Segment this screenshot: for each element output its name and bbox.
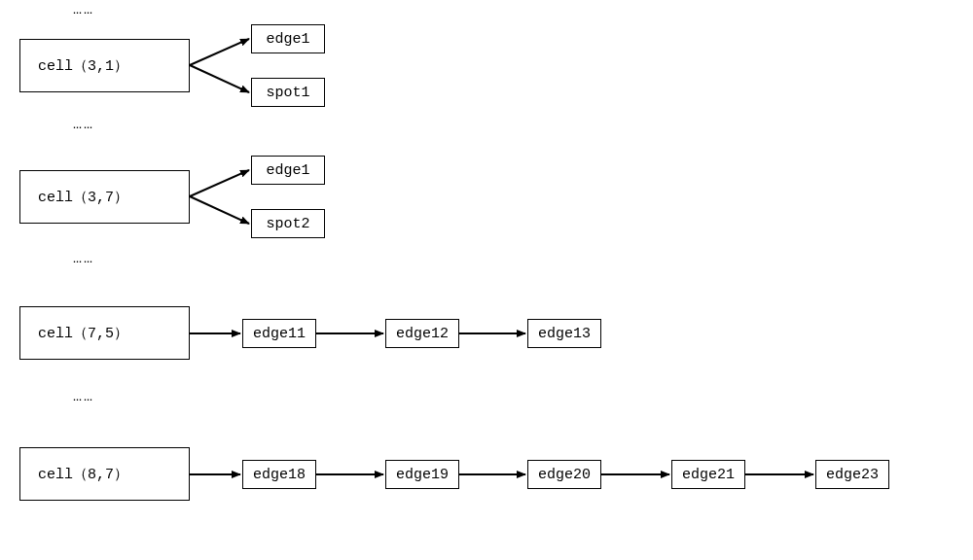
node-edge12: edge12 <box>385 319 459 348</box>
node-edge18: edge18 <box>242 460 316 489</box>
svg-line-0 <box>190 39 249 65</box>
svg-line-3 <box>190 196 249 224</box>
node-label: edge23 <box>826 467 879 483</box>
node-edge21: edge21 <box>671 460 745 489</box>
node-spot1: spot1 <box>251 78 325 107</box>
cell-label: cell（7,5） <box>38 324 128 342</box>
node-label: edge11 <box>253 326 306 342</box>
node-label: edge12 <box>396 326 449 342</box>
ellipsis: …… <box>73 389 94 405</box>
ellipsis: …… <box>73 117 94 133</box>
node-spot2: spot2 <box>251 209 325 238</box>
cell-label: cell（3,1） <box>38 56 128 75</box>
node-edge1-b: edge1 <box>251 156 325 185</box>
node-label: edge21 <box>682 467 735 483</box>
node-edge11: edge11 <box>242 319 316 348</box>
svg-line-2 <box>190 170 249 196</box>
node-label: edge20 <box>538 467 591 483</box>
cell-3-7: cell（3,7） <box>19 170 190 224</box>
node-label: edge13 <box>538 326 591 342</box>
node-edge20: edge20 <box>527 460 601 489</box>
cell-8-7: cell（8,7） <box>19 447 190 501</box>
svg-line-1 <box>190 65 249 92</box>
node-edge1: edge1 <box>251 24 325 53</box>
ellipsis: …… <box>73 2 94 18</box>
node-label: edge1 <box>266 31 309 48</box>
node-label: edge1 <box>266 162 309 179</box>
cell-3-1: cell（3,1） <box>19 39 190 92</box>
node-edge23: edge23 <box>815 460 889 489</box>
ellipsis: …… <box>73 251 94 267</box>
cell-label: cell（8,7） <box>38 465 128 483</box>
node-label: edge19 <box>396 467 449 483</box>
cell-7-5: cell（7,5） <box>19 306 190 360</box>
node-edge19: edge19 <box>385 460 459 489</box>
node-label: spot2 <box>266 216 309 232</box>
cell-label: cell（3,7） <box>38 188 128 206</box>
node-label: spot1 <box>266 85 309 101</box>
node-label: edge18 <box>253 467 306 483</box>
node-edge13: edge13 <box>527 319 601 348</box>
